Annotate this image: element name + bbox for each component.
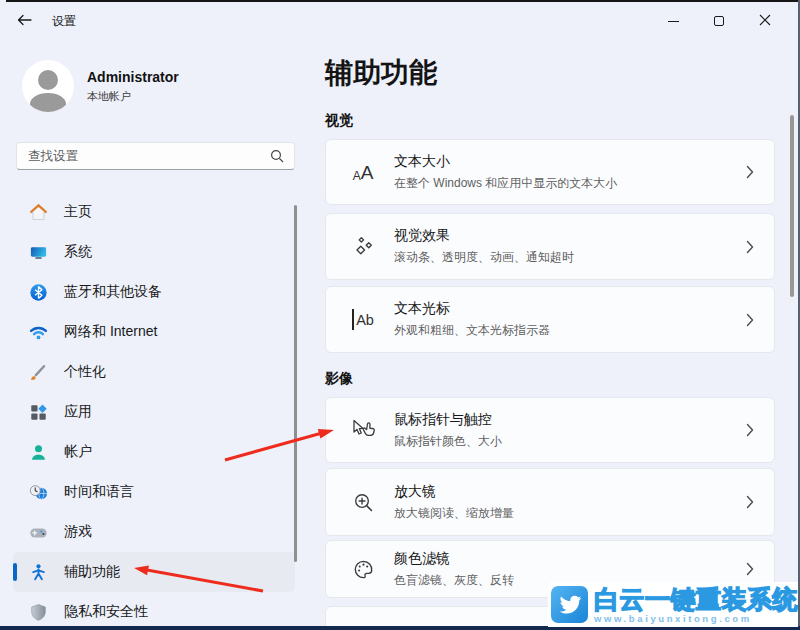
chevron-right-icon xyxy=(746,240,754,254)
sidebar-item-privacy[interactable]: 隐私和安全性 xyxy=(13,592,295,630)
system-icon xyxy=(28,242,48,262)
chevron-right-icon xyxy=(746,562,754,576)
sidebar-item-home[interactable]: 主页 xyxy=(13,192,295,232)
mouse-pointer-touch-icon xyxy=(350,419,376,441)
sidebar-scrollbar[interactable] xyxy=(294,205,297,562)
card-subtitle: 在整个 Windows 和应用中显示的文本大小 xyxy=(394,175,746,192)
sidebar-item-gaming[interactable]: 游戏 xyxy=(13,512,295,552)
card-subtitle: 鼠标指针颜色、大小 xyxy=(394,433,746,450)
maximize-button[interactable] xyxy=(696,4,742,38)
chevron-right-icon xyxy=(746,313,754,327)
sidebar-item-label: 蓝牙和其他设备 xyxy=(64,283,162,301)
privacy-icon xyxy=(28,602,48,622)
section-label-imaging: 影像 xyxy=(325,370,353,388)
sidebar-item-accessibility[interactable]: 辅助功能 xyxy=(13,552,295,592)
sidebar-item-label: 隐私和安全性 xyxy=(64,603,148,621)
visual-effects-icon xyxy=(350,236,376,257)
magnifier-icon xyxy=(350,492,376,513)
card-subtitle: 外观和粗细、文本光标指示器 xyxy=(394,322,746,339)
card-subtitle: 滚动条、透明度、动画、通知超时 xyxy=(394,249,746,266)
account-icon xyxy=(28,442,48,462)
back-arrow-icon xyxy=(17,12,32,30)
card-subtitle: 放大镜阅读、缩放增量 xyxy=(394,505,746,522)
sidebar-item-label: 主页 xyxy=(64,203,92,221)
chevron-right-icon xyxy=(746,495,754,509)
minimize-button[interactable] xyxy=(650,4,696,38)
settings-card-magnifier[interactable]: 放大镜 放大镜阅读、缩放增量 xyxy=(325,468,775,536)
titlebar: 设置 xyxy=(0,2,800,40)
selected-accent-bar xyxy=(13,563,17,581)
accessibility-icon xyxy=(28,562,48,582)
settings-window: 设置 Administrator 本地帐户 主页 xyxy=(0,0,800,630)
sidebar-item-personalization[interactable]: 个性化 xyxy=(13,352,295,392)
sidebar-item-label: 辅助功能 xyxy=(64,563,120,581)
time-language-icon xyxy=(28,482,48,502)
sidebar-item-label: 帐户 xyxy=(64,443,92,461)
sidebar-item-bluetooth[interactable]: 蓝牙和其他设备 xyxy=(13,272,295,312)
sidebar-item-label: 应用 xyxy=(64,403,92,421)
sidebar-item-network[interactable]: 网络和 Internet xyxy=(13,312,295,352)
settings-card-visual-effects[interactable]: 视觉效果 滚动条、透明度、动画、通知超时 xyxy=(325,213,775,280)
watermark-title: 白云一键重装系统 xyxy=(594,586,798,612)
minimize-icon xyxy=(668,21,679,22)
search-box xyxy=(16,142,295,170)
avatar xyxy=(22,60,74,112)
sidebar-item-label: 网络和 Internet xyxy=(64,323,157,341)
text-size-icon: AA xyxy=(350,163,376,182)
sidebar-item-label: 时间和语言 xyxy=(64,483,134,501)
back-button[interactable] xyxy=(8,7,40,35)
settings-card-text-cursor[interactable]: Ab 文本光标 外观和粗细、文本光标指示器 xyxy=(325,286,775,353)
close-icon xyxy=(759,12,771,30)
search-input[interactable] xyxy=(17,149,270,163)
sidebar-item-time-language[interactable]: 时间和语言 xyxy=(13,472,295,512)
network-icon xyxy=(28,322,48,342)
profile-account-type: 本地帐户 xyxy=(87,89,179,104)
settings-card-mouse-pointer[interactable]: 鼠标指针与触控 鼠标指针颜色、大小 xyxy=(325,397,775,463)
card-title: 鼠标指针与触控 xyxy=(394,411,746,429)
color-filter-icon xyxy=(350,559,376,580)
page-title: 辅助功能 xyxy=(325,54,437,92)
chevron-right-icon xyxy=(746,423,754,437)
sidebar-nav: 主页 系统 蓝牙和其他设备 网络和 Internet 个性化 xyxy=(13,192,295,630)
settings-card-text-size[interactable]: AA 文本大小 在整个 Windows 和应用中显示的文本大小 xyxy=(325,139,775,205)
text-cursor-icon: Ab xyxy=(350,309,376,330)
maximize-icon xyxy=(714,16,724,26)
sidebar-item-label: 游戏 xyxy=(64,523,92,541)
home-icon xyxy=(28,202,48,222)
window-controls xyxy=(650,2,788,40)
sidebar-item-apps[interactable]: 应用 xyxy=(13,392,295,432)
card-title: 文本大小 xyxy=(394,153,746,171)
sidebar-item-accounts[interactable]: 帐户 xyxy=(13,432,295,472)
sidebar-item-label: 系统 xyxy=(64,243,92,261)
card-title: 视觉效果 xyxy=(394,227,746,245)
sidebar-item-label: 个性化 xyxy=(64,363,106,381)
profile-name: Administrator xyxy=(87,69,179,85)
personalization-icon xyxy=(28,362,48,382)
close-button[interactable] xyxy=(742,4,788,38)
card-title: 放大镜 xyxy=(394,483,746,501)
search-icon xyxy=(270,149,284,163)
bluetooth-icon xyxy=(28,282,48,302)
games-icon xyxy=(28,522,48,542)
apps-icon xyxy=(28,402,48,422)
main-scrollbar[interactable] xyxy=(790,115,794,297)
user-profile[interactable]: Administrator 本地帐户 xyxy=(22,60,179,112)
card-title: 文本光标 xyxy=(394,300,746,318)
card-title: 颜色滤镜 xyxy=(394,550,746,568)
app-title: 设置 xyxy=(52,13,76,30)
sidebar-item-system[interactable]: 系统 xyxy=(13,232,295,272)
watermark: 白云一键重装系统 www.baiyunxitong.com xyxy=(548,582,798,627)
watermark-url: www.baiyunxitong.com xyxy=(594,613,752,624)
section-label-vision: 视觉 xyxy=(325,112,353,130)
twitter-bird-icon xyxy=(551,586,588,623)
chevron-right-icon xyxy=(746,165,754,179)
window-border-top xyxy=(6,0,800,2)
